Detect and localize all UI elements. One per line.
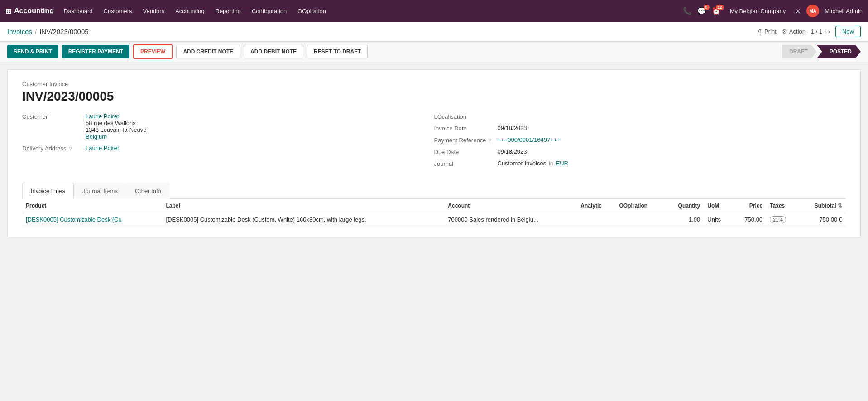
breadcrumb-current: INV/2023/00005 <box>39 28 88 35</box>
cell-label: [DESK0005] Customizable Desk (Custom, Wh… <box>163 213 445 226</box>
breadcrumb-bar: Invoices / INV/2023/00005 🖨 Print ⚙ Acti… <box>0 22 868 42</box>
col-quantity: Quantity <box>664 199 704 213</box>
cell-quantity: 1.00 <box>664 213 704 226</box>
delivery-label: Delivery Address ? <box>22 145 86 152</box>
prev-icon[interactable]: ‹ <box>824 28 826 35</box>
cell-analytic <box>577 213 615 226</box>
cell-subtotal: 750.00 € <box>798 213 846 226</box>
pagination: 1 / 1 ‹ › <box>811 28 830 35</box>
preview-button[interactable]: PREVIEW <box>133 44 173 59</box>
invoice-number: INV/2023/00005 <box>22 89 846 104</box>
col-label: Label <box>163 199 445 213</box>
col-taxes: Taxes <box>766 199 798 213</box>
reset-to-draft-button[interactable]: RESET TO DRAFT <box>307 45 368 58</box>
customer-country[interactable]: Belgium <box>86 133 146 140</box>
journal-name[interactable]: Customer Invoices <box>498 160 547 167</box>
breadcrumb-separator: / <box>35 28 37 35</box>
brand-label: Accounting <box>14 7 54 15</box>
invoice-table: Product Label Account Analytic OOpiratio… <box>22 199 846 226</box>
add-debit-note-button[interactable]: ADD DEBIT NOTE <box>244 45 303 58</box>
customer-value: Laurie Poiret 58 rue des Wallons 1348 Lo… <box>86 113 146 140</box>
company-name: My Belgian Company <box>730 8 786 14</box>
gear-icon: ⚙ <box>782 28 787 35</box>
customer-label: Customer <box>22 113 86 120</box>
send-print-button[interactable]: SEND & PRINT <box>7 45 58 58</box>
chat-badge: 5 <box>704 5 710 10</box>
table-header-row: Product Label Account Analytic OOpiratio… <box>22 199 846 213</box>
new-button[interactable]: New <box>835 26 861 37</box>
chat-icon[interactable]: 💬 5 <box>697 7 706 15</box>
journal-field: Journal Customer Invoices in EUR <box>434 160 846 167</box>
fields-right: LOcalisation Invoice Date 09/18/2023 Pay… <box>434 113 846 172</box>
register-payment-button[interactable]: REGISTER PAYMENT <box>62 45 129 58</box>
cell-price: 750.00 <box>732 213 766 226</box>
journal-currency[interactable]: EUR <box>556 160 568 167</box>
printer-icon: 🖨 <box>757 28 762 35</box>
cell-uom: Units <box>704 213 732 226</box>
delivery-value[interactable]: Laurie Poiret <box>86 145 119 151</box>
nav-dashboard[interactable]: Dashboard <box>59 5 97 17</box>
breadcrumb-parent[interactable]: Invoices <box>7 28 32 35</box>
reorder-icon[interactable]: ⇅ <box>838 203 842 209</box>
settings-icon[interactable]: ⚔ <box>795 7 801 15</box>
payment-ref-label: Payment Reference ? <box>434 136 498 144</box>
customer-name[interactable]: Laurie Poiret <box>86 113 146 120</box>
customer-address1: 58 rue des Wallons <box>86 120 146 126</box>
tab-other-info[interactable]: Other Info <box>126 183 170 199</box>
localisation-label: LOcalisation <box>434 113 498 120</box>
invoice-date-label: Invoice Date <box>434 125 498 132</box>
col-account: Account <box>444 199 577 213</box>
cell-oopiration <box>615 213 664 226</box>
col-analytic: Analytic <box>577 199 615 213</box>
due-date-value[interactable]: 09/18/2023 <box>498 148 527 155</box>
journal-line: Customer Invoices in EUR <box>498 160 568 167</box>
cell-taxes: 21% <box>766 213 798 226</box>
nav-reporting[interactable]: Reporting <box>211 5 245 17</box>
grid-icon: ⊞ <box>5 7 11 15</box>
invoice-date-field: Invoice Date 09/18/2023 <box>434 125 846 132</box>
cell-account: 700000 Sales rendered in Belgiu... <box>444 213 577 226</box>
invoice-fields: Customer Laurie Poiret 58 rue des Wallon… <box>22 113 846 172</box>
print-button[interactable]: 🖨 Print <box>757 28 777 35</box>
app-brand[interactable]: ⊞ Accounting <box>5 7 54 15</box>
col-price: Price <box>732 199 766 213</box>
action-button[interactable]: ⚙ Action <box>782 28 806 35</box>
localisation-field: LOcalisation <box>434 113 846 120</box>
activity-badge: 12 <box>716 5 724 10</box>
col-uom: UoM <box>704 199 732 213</box>
payment-ref-field: Payment Reference ? +++000/0001/16497+++ <box>434 136 846 144</box>
invoice-header: Customer Invoice INV/2023/00005 <box>22 81 846 104</box>
delivery-help-icon[interactable]: ? <box>69 146 72 151</box>
add-credit-note-button[interactable]: ADD CREDIT NOTE <box>176 45 240 58</box>
pagination-text: 1 / 1 <box>811 28 822 35</box>
customer-address2: 1348 Louvain-la-Neuve <box>86 126 146 133</box>
col-subtotal: Subtotal ⇅ <box>798 199 846 213</box>
payment-ref-help-icon[interactable]: ? <box>489 138 491 143</box>
user-name[interactable]: Mitchell Admin <box>825 8 863 14</box>
invoice-date-value[interactable]: 09/18/2023 <box>498 125 527 131</box>
tab-invoice-lines[interactable]: Invoice Lines <box>22 183 74 199</box>
nav-oopiration[interactable]: OOpiration <box>293 5 331 17</box>
due-date-label: Due Date <box>434 148 498 155</box>
journal-label: Journal <box>434 160 498 167</box>
payment-ref-value[interactable]: +++000/0001/16497+++ <box>498 136 561 143</box>
tab-journal-items[interactable]: Journal Items <box>74 183 126 199</box>
nav-customers[interactable]: Customers <box>99 5 137 17</box>
table-row: [DESK0005] Customizable Desk (Cu [DESK00… <box>22 213 846 226</box>
status-posted: POSTED <box>817 45 861 58</box>
nav-accounting[interactable]: Accounting <box>171 5 209 17</box>
fields-left: Customer Laurie Poiret 58 rue des Wallon… <box>22 113 434 172</box>
col-oopiration: OOpiration <box>615 199 664 213</box>
nav-configuration[interactable]: Configuration <box>247 5 291 17</box>
next-icon[interactable]: › <box>828 28 830 35</box>
due-date-field: Due Date 09/18/2023 <box>434 148 846 155</box>
tax-badge: 21% <box>770 216 786 223</box>
customer-field: Customer Laurie Poiret 58 rue des Wallon… <box>22 113 434 140</box>
nav-vendors[interactable]: Vendors <box>138 5 169 17</box>
journal-value: Customer Invoices in EUR <box>498 160 568 167</box>
support-icon[interactable]: 📞 <box>683 7 692 15</box>
activity-icon[interactable]: ⏰ 12 <box>712 7 721 15</box>
avatar[interactable]: MA <box>806 5 819 17</box>
delivery-field: Delivery Address ? Laurie Poiret <box>22 145 434 152</box>
cell-product[interactable]: [DESK0005] Customizable Desk (Cu <box>22 213 163 226</box>
